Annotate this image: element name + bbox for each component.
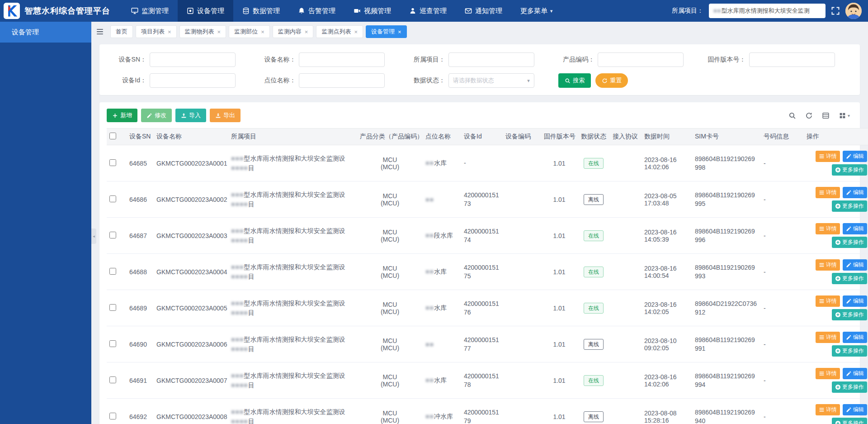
project-filter-input[interactable]: ■■型水库雨水情测报和大坝安全监测 bbox=[709, 4, 826, 18]
cell-point-name: ■■ bbox=[423, 326, 461, 362]
more-actions-button[interactable]: 更多操作 bbox=[832, 237, 867, 248]
add-button[interactable]: 新增 bbox=[107, 109, 137, 122]
nav-item-notice[interactable]: 通知管理 bbox=[456, 0, 511, 22]
table-search-icon[interactable] bbox=[788, 112, 796, 119]
row-checkbox[interactable] bbox=[109, 304, 116, 311]
tab-label: 设备管理 bbox=[371, 28, 395, 36]
export-button[interactable]: 导出 bbox=[210, 109, 241, 122]
more-actions-button[interactable]: 更多操作 bbox=[832, 309, 867, 320]
export-icon bbox=[215, 113, 221, 119]
more-actions-button[interactable]: 更多操作 bbox=[832, 418, 867, 424]
nav-item-device[interactable]: 设备管理 bbox=[178, 0, 233, 22]
device-name-input[interactable] bbox=[299, 52, 385, 67]
product-code-input[interactable] bbox=[598, 52, 684, 67]
edit-button[interactable]: 编辑 bbox=[843, 404, 867, 415]
modify-button[interactable]: 修改 bbox=[141, 109, 172, 122]
detail-button[interactable]: 详情 bbox=[816, 404, 840, 415]
more-actions-button[interactable]: 更多操作 bbox=[832, 345, 867, 357]
tab-home[interactable]: 首页 bbox=[110, 25, 133, 38]
device-table-panel: 新增修改导入导出 ▾ 设备SN设备名称所属项目产品分类（产品编码）点位名称设备I… bbox=[99, 102, 860, 424]
device-icon bbox=[187, 7, 194, 14]
nav-item-patrol[interactable]: 巡查管理 bbox=[400, 0, 456, 22]
table-refresh-icon[interactable] bbox=[805, 112, 813, 119]
edit-button[interactable]: 编辑 bbox=[843, 151, 867, 162]
nav-item-video[interactable]: 视频管理 bbox=[344, 0, 400, 22]
detail-button[interactable]: 详情 bbox=[816, 332, 840, 343]
table-row: 64691GKMCTG0002023A0007■■■型水库雨水情测报和大坝安全监… bbox=[107, 362, 868, 399]
select-all-checkbox[interactable] bbox=[109, 133, 116, 139]
row-checkbox[interactable] bbox=[109, 268, 116, 275]
detail-button[interactable]: 详情 bbox=[816, 187, 840, 198]
field-label: 固件版本号： bbox=[708, 56, 746, 64]
cell-device-code bbox=[503, 181, 541, 218]
row-checkbox[interactable] bbox=[109, 159, 116, 166]
redacted-text: ■■ bbox=[425, 376, 434, 384]
data-status-select[interactable]: 请选择数据状态▾ bbox=[448, 73, 534, 88]
close-icon[interactable]: × bbox=[168, 29, 171, 35]
row-checkbox[interactable] bbox=[109, 413, 116, 419]
more-actions-button[interactable]: 更多操作 bbox=[832, 273, 867, 284]
nav-item-data[interactable]: 数据管理 bbox=[233, 0, 289, 22]
close-icon[interactable]: × bbox=[398, 29, 401, 35]
detail-button[interactable]: 详情 bbox=[816, 223, 840, 234]
project-input[interactable] bbox=[448, 52, 534, 67]
detail-button[interactable]: 详情 bbox=[816, 151, 840, 162]
edit-button[interactable]: 编辑 bbox=[843, 223, 867, 234]
import-button[interactable]: 导入 bbox=[175, 109, 206, 122]
edit-button[interactable]: 编辑 bbox=[843, 259, 867, 271]
tab-monitor-object-list[interactable]: 监测物列表× bbox=[179, 25, 226, 38]
more-actions-button[interactable]: 更多操作 bbox=[832, 200, 867, 212]
field-label: 点位名称： bbox=[259, 76, 296, 85]
nav-item-alarm[interactable]: 告警管理 bbox=[289, 0, 344, 22]
row-checkbox[interactable] bbox=[109, 195, 116, 202]
search-button[interactable]: 搜索 bbox=[558, 73, 591, 88]
nav-item-monitor[interactable]: 监测管理 bbox=[122, 0, 178, 22]
device-id-input[interactable] bbox=[150, 73, 236, 88]
tab-monitor-content[interactable]: 监测内容× bbox=[273, 25, 314, 38]
close-icon[interactable]: × bbox=[354, 29, 358, 35]
header-checkbox-cell bbox=[107, 129, 127, 145]
reset-button[interactable]: 重置 bbox=[595, 73, 628, 88]
more-actions-button[interactable]: 更多操作 bbox=[832, 164, 867, 176]
menu-collapse-icon[interactable] bbox=[96, 28, 104, 36]
detail-button[interactable]: 详情 bbox=[816, 295, 840, 307]
fullscreen-icon[interactable] bbox=[831, 6, 840, 15]
edit-button[interactable]: 编辑 bbox=[843, 368, 867, 379]
avatar[interactable] bbox=[845, 3, 862, 19]
redacted-text: ■■■■ bbox=[231, 309, 248, 316]
close-icon[interactable]: × bbox=[217, 29, 221, 35]
tab-device-management[interactable]: 设备管理× bbox=[366, 25, 407, 38]
table-grid-icon[interactable]: ▾ bbox=[839, 112, 850, 119]
close-icon[interactable]: × bbox=[305, 29, 308, 35]
detail-button[interactable]: 详情 bbox=[816, 259, 840, 271]
cell-device-name: GKMCTG0002023A0004 bbox=[154, 254, 228, 290]
more-actions-button[interactable]: 更多操作 bbox=[832, 381, 867, 393]
tab-project-list[interactable]: 项目列表× bbox=[136, 25, 177, 38]
point-name-input[interactable] bbox=[299, 73, 385, 88]
search-field-project: 所属项目： bbox=[409, 52, 550, 67]
nav-item-more[interactable]: 更多菜单▾ bbox=[511, 0, 562, 22]
sidebar-collapse-handle[interactable]: ◂ bbox=[91, 229, 96, 244]
circle-plus-icon bbox=[835, 167, 841, 173]
row-checkbox[interactable] bbox=[109, 232, 116, 238]
column-header: 数据时间 bbox=[642, 129, 692, 145]
edit-button[interactable]: 编辑 bbox=[843, 295, 867, 307]
sidebar-item-device-management[interactable]: 设备管理 bbox=[0, 22, 91, 43]
cell-operations: 详情编辑更多操作 bbox=[804, 218, 868, 254]
close-icon[interactable]: × bbox=[261, 29, 264, 35]
device-sn-input[interactable] bbox=[150, 52, 236, 67]
firmware-version-input[interactable] bbox=[749, 52, 835, 67]
edit-button[interactable]: 编辑 bbox=[843, 332, 867, 343]
cell-device-sn: 64689 bbox=[127, 290, 154, 326]
project-filter-value: 型水库雨水情测报和大坝安全监测 bbox=[722, 7, 810, 14]
redacted-text: ■■■ bbox=[231, 227, 244, 234]
table-list-icon[interactable] bbox=[822, 112, 830, 119]
column-header: 所属项目 bbox=[228, 129, 357, 145]
edit-button[interactable]: 编辑 bbox=[843, 187, 867, 198]
row-checkbox[interactable] bbox=[109, 340, 116, 347]
tab-monitor-part[interactable]: 监测部位× bbox=[229, 25, 270, 38]
row-checkbox[interactable] bbox=[109, 376, 116, 383]
cell-category: MCU(MCU) bbox=[357, 181, 423, 218]
detail-button[interactable]: 详情 bbox=[816, 368, 840, 379]
tab-monitor-point-list[interactable]: 监测点列表× bbox=[316, 25, 363, 38]
